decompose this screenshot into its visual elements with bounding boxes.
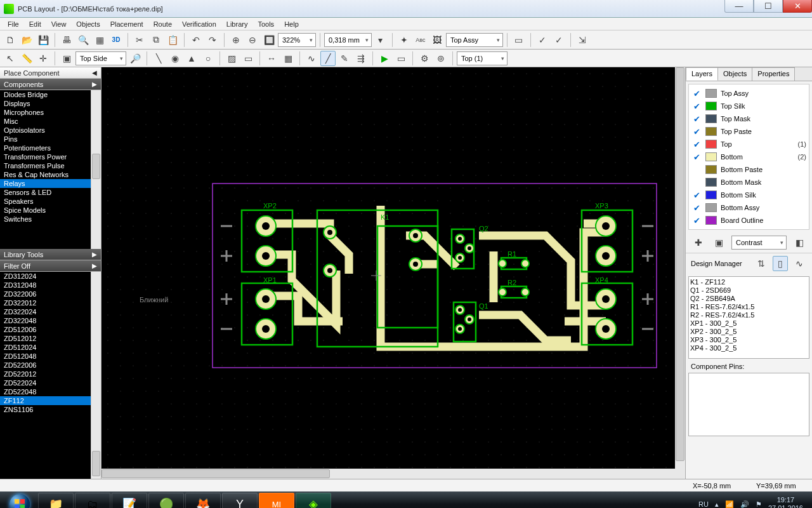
open-icon[interactable]: 📂: [19, 32, 34, 48]
pcb-canvas[interactable]: XP2 XP1 XP3 XP4 K1 Q2 Q1 R1 R2 Ближний: [102, 67, 685, 479]
taskbar-diptrace-icon[interactable]: ◈: [296, 493, 331, 508]
dm-sort-icon[interactable]: ⇅: [754, 256, 769, 271]
list-item[interactable]: XP2 - 300_2_5: [690, 328, 808, 336]
preview-icon[interactable]: 🔍: [75, 32, 91, 48]
components-list[interactable]: Diodes Bridge Displays Microphones Misc …: [0, 90, 101, 249]
add-layer-icon[interactable]: ✚: [691, 235, 706, 250]
filter-off-header[interactable]: Filter Off▶: [0, 260, 101, 272]
contrast-toggle-icon[interactable]: ◧: [792, 235, 807, 250]
list-item[interactable]: Q1 - 2SD669: [690, 286, 808, 295]
list-item[interactable]: ZD522048: [0, 387, 101, 396]
list-item[interactable]: Potentiometers: [0, 144, 101, 152]
list-item[interactable]: Sensors & LED: [0, 188, 101, 197]
component-pins-box[interactable]: [688, 373, 809, 436]
dm-comp-icon[interactable]: ▯: [773, 256, 788, 271]
menu-view[interactable]: View: [46, 19, 72, 29]
mounting-hole-icon[interactable]: ○: [200, 51, 216, 66]
origin2-icon[interactable]: ✛: [36, 51, 51, 66]
list-item[interactable]: ZD322012: [0, 298, 101, 307]
measure-icon[interactable]: 📏: [19, 51, 34, 66]
list-item[interactable]: Res & Cap Networks: [0, 170, 101, 179]
tray-volume-icon[interactable]: 🔊: [740, 500, 749, 509]
route-setup-icon[interactable]: ⚙: [417, 51, 432, 66]
copy-icon[interactable]: ⧉: [148, 32, 164, 48]
edit-route-icon[interactable]: ╱: [320, 51, 336, 66]
run-icon[interactable]: ▶: [377, 51, 392, 66]
titles-icon[interactable]: ▦: [92, 32, 107, 48]
list-item[interactable]: ZD312048: [0, 281, 101, 290]
layer-row[interactable]: Bottom Paste: [691, 163, 806, 176]
taskbar-explorer-icon[interactable]: 📁: [38, 493, 74, 508]
list-item[interactable]: ZD312024: [0, 272, 101, 281]
parts-list[interactable]: ZD312024 ZD312048 ZD322006 ZD322012 ZD32…: [0, 272, 101, 479]
list-item[interactable]: Transformers Pulse: [0, 161, 101, 170]
place-via-icon[interactable]: ▲: [184, 51, 199, 66]
list-item[interactable]: Diodes Bridge: [0, 90, 101, 99]
3d-button[interactable]: 3D: [108, 32, 124, 48]
menu-edit[interactable]: Edit: [24, 19, 46, 29]
list-item[interactable]: ZD512006: [0, 325, 101, 334]
layer-row[interactable]: ✔Top Paste: [691, 125, 806, 138]
drc-icon[interactable]: ✓: [535, 32, 550, 48]
library-tools-header[interactable]: Library Tools▶: [0, 249, 101, 260]
list-item[interactable]: ZD322048: [0, 316, 101, 325]
export-icon[interactable]: ⇲: [575, 32, 590, 48]
text-icon[interactable]: Авс: [413, 32, 428, 48]
print-icon[interactable]: 🖶: [59, 32, 74, 48]
cut-icon[interactable]: ✂: [132, 32, 147, 48]
list-item[interactable]: ZD512048: [0, 352, 101, 361]
origin-icon[interactable]: ✦: [396, 32, 412, 48]
dm-net-icon[interactable]: ∿: [792, 256, 807, 271]
list-item[interactable]: XP4 - 300_2_5: [690, 344, 808, 352]
place-table-icon[interactable]: ▦: [280, 51, 296, 66]
save-icon[interactable]: 💾: [36, 32, 51, 48]
contrast-dropdown[interactable]: Contrast: [731, 236, 787, 250]
layer-row[interactable]: ✔Board Outline: [691, 214, 806, 227]
routelayer-dropdown[interactable]: Top (1): [457, 51, 508, 65]
zoom-dropdown[interactable]: 322%: [278, 33, 316, 47]
board-outline-icon[interactable]: ▭: [240, 51, 256, 66]
list-item[interactable]: Switches: [0, 215, 101, 224]
grid-dropdown[interactable]: 0,318 mm: [324, 33, 372, 47]
tray-network-icon[interactable]: 📶: [725, 500, 734, 509]
layer-row[interactable]: Bottom Mask: [691, 176, 806, 189]
free-route-icon[interactable]: ✎: [337, 51, 352, 66]
zoom-out-icon[interactable]: ⊖: [245, 32, 260, 48]
layer-props-icon[interactable]: ▣: [711, 235, 726, 250]
route-tool-icon[interactable]: ∿: [304, 51, 319, 66]
menu-help[interactable]: Help: [279, 19, 304, 29]
tab-layers[interactable]: Layers: [686, 67, 718, 81]
minimize-button[interactable]: —: [724, 0, 754, 13]
list-item[interactable]: Microphones: [0, 108, 101, 117]
taskbar-chrome-icon[interactable]: 🟢: [148, 493, 184, 508]
list-item[interactable]: XP1 - 300_2_5: [690, 319, 808, 328]
layer-row[interactable]: ✔Top(1): [691, 138, 806, 150]
list-item[interactable]: Transformers Power: [0, 152, 101, 161]
taskbar-app-icon[interactable]: 🗂: [75, 493, 110, 508]
copper-pour-icon[interactable]: ▨: [224, 51, 239, 66]
list-item[interactable]: ZD522006: [0, 361, 101, 370]
components-header[interactable]: Components▶: [0, 79, 101, 90]
list-item[interactable]: Pins: [0, 135, 101, 144]
side-dropdown[interactable]: Top Side: [75, 51, 126, 65]
tray-lang[interactable]: RU: [698, 500, 709, 508]
list-item[interactable]: R1 - RES-7.62/4x1.5: [690, 303, 808, 311]
menu-objects[interactable]: Objects: [71, 19, 105, 29]
list-item[interactable]: ZD522024: [0, 378, 101, 387]
arrow-icon[interactable]: ↖: [3, 51, 18, 66]
list-item[interactable]: ZF112: [0, 396, 101, 405]
design-components-list[interactable]: K1 - ZF112 Q1 - 2SD669 Q2 - 2SB649A R1 -…: [688, 276, 809, 359]
zoom-in-icon[interactable]: ⊕: [228, 32, 244, 48]
tab-properties[interactable]: Properties: [752, 67, 795, 81]
place-dimension-icon[interactable]: ↔: [264, 51, 279, 66]
taskbar-app-icon[interactable]: 📝: [112, 493, 147, 508]
list-item[interactable]: Misc: [0, 117, 101, 126]
list-item[interactable]: Displays: [0, 99, 101, 108]
layer-row[interactable]: ✔Top Mask: [691, 112, 806, 125]
layer-dropdown[interactable]: Top Assy: [446, 33, 503, 47]
menu-library[interactable]: Library: [221, 19, 253, 29]
grid-config-icon[interactable]: ▾: [373, 32, 388, 48]
list-item[interactable]: ZD512024: [0, 343, 101, 352]
layer-row[interactable]: ✔Bottom(2): [691, 150, 806, 163]
menu-verification[interactable]: Verification: [177, 19, 221, 29]
